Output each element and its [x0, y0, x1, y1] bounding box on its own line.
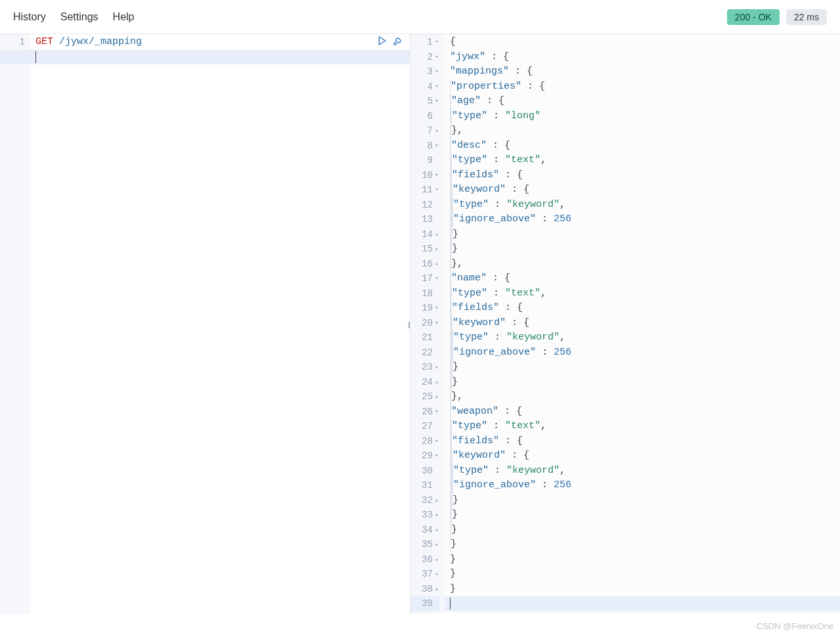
fold-icon[interactable]: ▾ [434, 50, 439, 65]
gutter-line: 22 [410, 345, 439, 361]
fold-icon[interactable]: ▴ [434, 508, 439, 523]
response-pane: 1▾2▾3▾4▾5▾67▴8▾910▾11▾121314▴15▴16▴17▾18… [410, 34, 840, 614]
gutter-line: 15▴ [410, 242, 439, 257]
topbar: History Settings Help 200 - OK 22 ms [0, 0, 840, 34]
gutter-line: 8▾ [410, 139, 439, 154]
fold-icon[interactable]: ▾ [434, 79, 439, 95]
gutter-line: 33▴ [410, 508, 439, 523]
fold-icon[interactable]: ▴ [434, 242, 439, 257]
menu-history[interactable]: History [13, 11, 46, 23]
fold-icon[interactable]: ▾ [434, 35, 439, 50]
gutter-line: 19▾ [410, 301, 439, 316]
fold-icon[interactable]: ▾ [434, 168, 439, 183]
fold-icon[interactable]: ▴ [434, 227, 439, 242]
gutter-line: 25▴ [410, 389, 439, 405]
gutter-line: 26▾ [410, 405, 439, 420]
gutter-line: 10▾ [410, 168, 439, 183]
fold-icon[interactable]: ▾ [434, 183, 439, 198]
gutter-line: 2▾ [410, 50, 439, 65]
request-gutter: 1 2 [0, 34, 30, 614]
gutter-line: 11▾ [410, 183, 439, 198]
cursor [35, 51, 36, 63]
fold-icon[interactable]: ▾ [434, 301, 439, 316]
gutter-line: 14▴ [410, 227, 439, 242]
fold-icon[interactable]: ▾ [434, 434, 439, 449]
fold-icon[interactable]: ▾ [434, 316, 439, 331]
fold-icon[interactable]: ▾ [434, 94, 439, 109]
gutter-line: 1 [0, 35, 25, 50]
gutter-line: 6 [410, 109, 439, 124]
fold-icon[interactable]: ▴ [434, 567, 439, 582]
gutter-line: 16▴ [410, 257, 439, 272]
fold-icon[interactable]: ▾ [434, 405, 439, 420]
gutter-line: 13 [410, 212, 439, 227]
fold-icon[interactable]: ▾ [434, 449, 439, 464]
menu-settings[interactable]: Settings [60, 11, 99, 23]
gutter-line: 4▾ [410, 79, 439, 95]
fold-icon[interactable]: ▴ [434, 389, 439, 405]
fold-icon[interactable]: ▾ [434, 139, 439, 154]
gutter-line: 1▾ [410, 35, 439, 50]
fold-icon[interactable]: ▴ [434, 123, 439, 139]
gutter-line: 30 [410, 464, 439, 479]
gutter-line: 24▴ [410, 375, 439, 390]
fold-icon[interactable]: ▴ [434, 493, 439, 508]
fold-icon[interactable]: ▴ [434, 582, 439, 597]
watermark: CSDN @FeenixOne [757, 621, 833, 631]
fold-icon[interactable]: ▾ [434, 271, 439, 286]
gutter-line: 23▴ [410, 360, 439, 375]
gutter-line: 31 [410, 478, 439, 493]
request-editor[interactable]: GET /jywx/_mapping [30, 34, 410, 614]
response-viewer[interactable]: { "jywx" : { "mappings" : { "properties"… [445, 34, 840, 614]
gutter-line: 37▴ [410, 567, 439, 582]
code-line: GET /jywx/_mapping [35, 35, 410, 50]
gutter-line: 32▴ [410, 493, 439, 508]
gutter-line: 5▾ [410, 94, 439, 109]
gutter-line: 27 [410, 419, 439, 434]
menu: History Settings Help [13, 11, 135, 23]
fold-icon[interactable]: ▾ [434, 64, 439, 79]
gutter-line: 35▴ [410, 537, 439, 552]
status-badge: 200 - OK [727, 9, 780, 25]
fold-icon[interactable]: ▴ [434, 257, 439, 272]
fold-icon[interactable]: ▴ [434, 360, 439, 375]
time-badge: 22 ms [786, 9, 827, 25]
gutter-line: 7▴ [410, 123, 439, 139]
editor-panes: 1 2 GET /jywx/_mapping || 1▾2▾3▾4▾5▾67▴8… [0, 34, 840, 614]
response-gutter: 1▾2▾3▾4▾5▾67▴8▾910▾11▾121314▴15▴16▴17▾18… [410, 34, 445, 614]
fold-icon[interactable]: ▴ [434, 552, 439, 567]
fold-icon[interactable]: ▴ [434, 537, 439, 552]
cursor [450, 598, 451, 609]
gutter-line: 17▾ [410, 271, 439, 286]
gutter-line: 21 [410, 330, 439, 345]
gutter-line: 20▾ [410, 316, 439, 331]
gutter-line: 36▴ [410, 552, 439, 567]
gutter-line: 39 [410, 596, 439, 611]
gutter-line: 9 [410, 153, 439, 168]
gutter-line: 3▾ [410, 64, 439, 79]
gutter-line: 34▴ [410, 523, 439, 538]
menu-help[interactable]: Help [113, 11, 135, 23]
gutter-line: 29▾ [410, 449, 439, 464]
gutter-line: 38▴ [410, 582, 439, 597]
fold-icon[interactable]: ▴ [434, 523, 439, 538]
gutter-line: 12 [410, 198, 439, 213]
gutter-line: 18 [410, 286, 439, 301]
status-area: 200 - OK 22 ms [727, 9, 827, 25]
fold-icon[interactable]: ▴ [434, 375, 439, 390]
gutter-line: 28▾ [410, 434, 439, 449]
request-pane: 1 2 GET /jywx/_mapping [0, 34, 410, 614]
code-line [35, 50, 410, 65]
